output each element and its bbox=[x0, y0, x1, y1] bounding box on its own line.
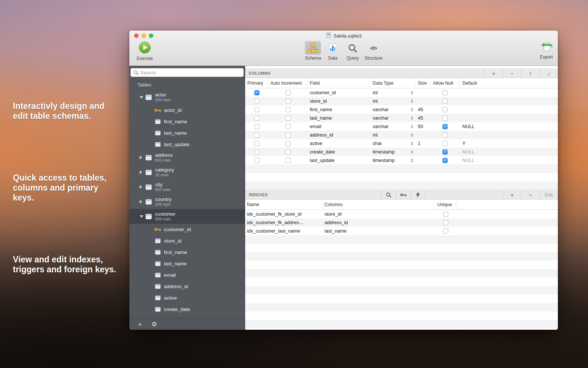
column-row-first_name[interactable]: first_namevarchar45 bbox=[245, 105, 558, 114]
primary-checkbox[interactable] bbox=[254, 132, 259, 138]
disclosure-icon[interactable] bbox=[140, 96, 143, 99]
disclosure-icon[interactable] bbox=[140, 156, 143, 159]
allow-null-checkbox[interactable] bbox=[442, 141, 448, 146]
column-row-email[interactable]: emailvarchar50NULL bbox=[245, 122, 558, 131]
auto-increment-checkbox[interactable] bbox=[286, 99, 291, 104]
unique-checkbox[interactable] bbox=[443, 212, 448, 217]
index-row-3[interactable]: idx_customer_last_namelast_name bbox=[245, 227, 558, 235]
sidebar-column-first_name[interactable]: first_name bbox=[129, 247, 245, 258]
sidebar-table-country[interactable]: country109 rows bbox=[129, 194, 245, 209]
primary-checkbox[interactable] bbox=[254, 116, 259, 121]
column-row-last_update[interactable]: last_updatetimestampNULL bbox=[245, 156, 558, 164]
move-column-down-button[interactable]: ↓ bbox=[539, 69, 558, 78]
column-row-active[interactable]: activechar1Y bbox=[245, 139, 558, 148]
index-row-1[interactable]: idx_customer_fk_store_idstore_id bbox=[245, 210, 558, 218]
sidebar-table-customer[interactable]: customer599 rows bbox=[129, 209, 245, 224]
disclosure-icon[interactable] bbox=[140, 200, 143, 204]
unique-checkbox[interactable] bbox=[443, 229, 448, 234]
auto-increment-checkbox[interactable] bbox=[286, 124, 291, 129]
column-row-store_id[interactable]: store_idint bbox=[245, 97, 558, 105]
export-button[interactable]: Export bbox=[540, 41, 553, 60]
data-type-stepper[interactable] bbox=[411, 142, 413, 145]
sidebar-column-address_id[interactable]: address_id bbox=[129, 281, 245, 292]
auto-increment-checkbox[interactable] bbox=[286, 141, 291, 146]
add-index-button[interactable]: + bbox=[503, 190, 521, 199]
data-type-value: int bbox=[373, 98, 378, 104]
column-row-customer_id[interactable]: customer_idint bbox=[245, 88, 558, 97]
sidebar-column-last_update[interactable]: last_update bbox=[129, 139, 245, 150]
sidebar-column-actor_id[interactable]: actor_id bbox=[129, 105, 245, 116]
data-type-stepper[interactable] bbox=[411, 99, 413, 103]
column-row-last_name[interactable]: last_namevarchar45 bbox=[245, 114, 558, 122]
allow-null-checkbox[interactable] bbox=[442, 107, 448, 112]
data-type-stepper[interactable] bbox=[411, 159, 413, 162]
allow-null-checkbox[interactable] bbox=[442, 124, 448, 129]
sidebar-column-last_name[interactable]: last_name bbox=[129, 127, 245, 139]
column-row-address_id[interactable]: address_idint bbox=[245, 131, 558, 139]
auto-increment-checkbox[interactable] bbox=[286, 132, 291, 138]
sidebar-table-city[interactable]: city600 rows bbox=[129, 180, 245, 194]
data-type-stepper[interactable] bbox=[411, 133, 413, 137]
sidebar-column-first_name[interactable]: first_name bbox=[129, 116, 245, 127]
move-column-up-button[interactable]: ↑ bbox=[521, 69, 539, 78]
table-row-count: 16 rows bbox=[155, 173, 174, 177]
primary-checkbox[interactable] bbox=[254, 99, 259, 104]
header-primary: Primary bbox=[245, 78, 268, 88]
disclosure-icon[interactable] bbox=[140, 185, 143, 189]
data-type-stepper[interactable] bbox=[411, 125, 413, 128]
primary-checkbox[interactable] bbox=[254, 141, 259, 146]
sidebar-table-actor[interactable]: actor200 rows bbox=[129, 90, 245, 105]
sidebar-column-active[interactable]: active bbox=[129, 292, 245, 304]
execute-button[interactable]: Execute bbox=[134, 41, 156, 61]
sidebar-column-last_name[interactable]: last_name bbox=[129, 258, 245, 269]
sidebar-column-email[interactable]: email bbox=[129, 269, 245, 281]
auto-increment-checkbox[interactable] bbox=[286, 107, 291, 112]
data-type-stepper[interactable] bbox=[411, 108, 413, 112]
primary-checkbox[interactable] bbox=[254, 90, 259, 95]
add-column-button[interactable]: + bbox=[484, 69, 503, 78]
tab-query[interactable]: Query bbox=[345, 41, 361, 61]
allow-null-checkbox[interactable] bbox=[442, 116, 448, 121]
allow-null-checkbox[interactable] bbox=[442, 158, 448, 163]
disclosure-icon[interactable] bbox=[140, 170, 143, 174]
unique-checkbox[interactable] bbox=[443, 220, 448, 225]
auto-increment-checkbox[interactable] bbox=[286, 90, 291, 95]
data-type-stepper[interactable] bbox=[411, 91, 413, 95]
remove-index-button[interactable]: − bbox=[521, 190, 539, 199]
edit-index-button[interactable]: Edit bbox=[539, 190, 558, 199]
column-row-create_date[interactable]: create_datetimestampNULL bbox=[245, 148, 558, 156]
data-type-stepper[interactable] bbox=[411, 116, 413, 120]
data-type-stepper[interactable] bbox=[411, 150, 413, 154]
allow-null-checkbox[interactable] bbox=[442, 132, 448, 138]
tab-schema[interactable]: Schema bbox=[305, 41, 321, 61]
export-label: Export bbox=[540, 54, 553, 60]
sidebar-column-store_id[interactable]: store_id bbox=[129, 235, 245, 247]
gear-icon[interactable]: ⚙ bbox=[151, 321, 157, 328]
foreign-keys-button[interactable] bbox=[396, 190, 410, 199]
sidebar-column-create_date[interactable]: create_date bbox=[129, 304, 245, 315]
sidebar-table-category[interactable]: category16 rows bbox=[129, 165, 245, 180]
add-table-button[interactable]: + bbox=[138, 321, 142, 328]
sidebar-table-address[interactable]: address603 rows bbox=[129, 150, 245, 165]
allow-null-checkbox[interactable] bbox=[442, 149, 448, 155]
triggers-button[interactable] bbox=[410, 190, 425, 199]
auto-increment-checkbox[interactable] bbox=[286, 149, 291, 155]
search-indexes-button[interactable] bbox=[381, 190, 396, 199]
auto-increment-checkbox[interactable] bbox=[286, 116, 291, 121]
remove-column-button[interactable]: − bbox=[503, 69, 521, 78]
primary-checkbox[interactable] bbox=[254, 107, 259, 112]
allow-null-checkbox[interactable] bbox=[442, 90, 448, 95]
column-icon bbox=[154, 261, 161, 266]
primary-checkbox[interactable] bbox=[254, 158, 259, 163]
tab-structure[interactable]: </> Structure bbox=[365, 41, 383, 61]
auto-increment-checkbox[interactable] bbox=[286, 158, 291, 163]
sidebar-column-customer_id[interactable]: customer_id bbox=[129, 224, 245, 235]
disclosure-icon[interactable] bbox=[140, 215, 143, 218]
search-input[interactable] bbox=[140, 70, 236, 75]
primary-checkbox[interactable] bbox=[254, 149, 259, 155]
index-row-2[interactable]: idx_customer_fk_addres…address_id bbox=[245, 218, 558, 227]
tab-data[interactable]: Data bbox=[325, 41, 341, 61]
allow-null-checkbox[interactable] bbox=[442, 99, 448, 104]
sidebar-tree: Tables actor200 rowsactor_idfirst_namela… bbox=[129, 78, 245, 318]
primary-checkbox[interactable] bbox=[254, 124, 259, 129]
